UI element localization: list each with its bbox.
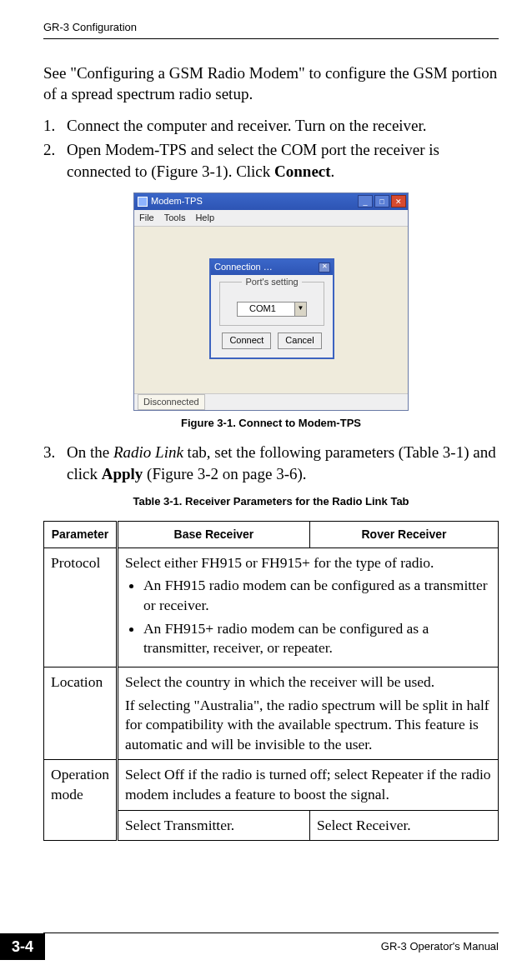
step-2-bold: Connect (274, 162, 331, 180)
protocol-bullet-1: An FH915 radio modem can be configured a… (143, 576, 491, 615)
menu-file[interactable]: File (139, 212, 154, 224)
intro-paragraph: See "Configuring a GSM Radio Modem" to c… (43, 62, 499, 105)
cell-opmode-rover: Select Receiver. (309, 810, 498, 841)
protocol-intro: Select either FH915 or FH915+ for the ty… (125, 553, 491, 573)
steps-list: 1. Connect the computer and receiver. Tu… (43, 115, 499, 182)
step-3-pre: On the (67, 443, 113, 461)
footer-right: GR-3 Operator's Manual (381, 939, 499, 954)
close-button[interactable]: ✕ (391, 195, 406, 208)
location-line2: If selecting "Australia", the radio spec… (125, 696, 491, 755)
cell-opmode-base: Select Transmitter. (117, 810, 309, 841)
protocol-bullet-2: An FH915+ radio modem can be configured … (143, 619, 491, 658)
step-2-post: . (331, 162, 335, 180)
cell-protocol-body: Select either FH915 or FH915+ for the ty… (117, 548, 498, 667)
dialog-titlebar: Connection … ✕ (211, 260, 333, 275)
location-line1: Select the country in which the receiver… (125, 672, 491, 692)
cancel-button[interactable]: Cancel (278, 332, 321, 349)
step-2-pre: Open Modem-TPS and select the COM port t… (67, 141, 439, 180)
step-2-num: 2. (43, 139, 67, 182)
cell-opmode-shared: Select Off if the radio is turned off; s… (117, 760, 498, 810)
row-protocol: Protocol Select either FH915 or FH915+ f… (44, 548, 499, 667)
ports-setting-group: Port's setting COM1 ▼ (219, 282, 324, 326)
th-rover: Rover Receiver (309, 521, 498, 548)
status-text: Disconnected (138, 394, 205, 410)
step-1-num: 1. (43, 115, 67, 137)
step-2-text: Open Modem-TPS and select the COM port t… (67, 139, 499, 182)
step-3-num: 3. (43, 442, 67, 484)
dialog-close-button[interactable]: ✕ (319, 262, 330, 272)
row-opmode-shared: Operation mode Select Off if the radio i… (44, 760, 499, 810)
cell-location-body: Select the country in which the receiver… (117, 667, 498, 760)
step-3-italic: Radio Link (113, 443, 183, 461)
figure-caption: Figure 3-1. Connect to Modem-TPS (43, 416, 499, 431)
running-head: GR-3 Configuration (43, 20, 499, 35)
app-body: Connection … ✕ Port's setting COM1 ▼ (134, 227, 408, 393)
dialog-title: Connection … (214, 261, 273, 273)
statusbar: Disconnected (134, 393, 408, 410)
connection-dialog: Connection … ✕ Port's setting COM1 ▼ (209, 258, 334, 359)
titlebar: Modem-TPS _ □ ✕ (134, 193, 408, 210)
com-port-value: COM1 (249, 302, 276, 315)
menu-tools[interactable]: Tools (164, 212, 186, 224)
minimize-button[interactable]: _ (358, 195, 373, 208)
th-parameter: Parameter (44, 521, 118, 548)
steps-list-cont: 3. On the Radio Link tab, set the follow… (43, 442, 499, 484)
cell-protocol-name: Protocol (44, 548, 118, 667)
window-title: Modem-TPS (151, 195, 203, 208)
ports-setting-legend: Port's setting (242, 276, 301, 288)
step-3: 3. On the Radio Link tab, set the follow… (43, 442, 499, 484)
footer: 3-4 GR-3 Operator's Manual (0, 932, 532, 960)
cell-location-name: Location (44, 667, 118, 760)
table-caption: Table 3-1. Receiver Parameters for the R… (43, 494, 499, 509)
connect-button[interactable]: Connect (222, 332, 271, 349)
step-3-bold: Apply (102, 465, 143, 482)
step-3-post: (Figure 3-2 on page 3-6). (143, 465, 306, 482)
chevron-down-icon: ▼ (294, 302, 306, 316)
com-port-select[interactable]: COM1 ▼ (237, 302, 307, 317)
figure-screenshot: Modem-TPS _ □ ✕ File Tools Help Connecti… (43, 192, 499, 411)
maximize-button[interactable]: □ (374, 195, 389, 208)
app-icon (138, 197, 148, 207)
header-rule (43, 38, 499, 39)
row-location: Location Select the country in which the… (44, 667, 499, 760)
step-1-text: Connect the computer and receiver. Turn … (67, 115, 499, 137)
parameters-table: Parameter Base Receiver Rover Receiver P… (43, 521, 499, 841)
step-2: 2. Open Modem-TPS and select the COM por… (43, 139, 499, 182)
th-base: Base Receiver (117, 521, 309, 548)
page-number: 3-4 (0, 933, 45, 960)
step-3-text: On the Radio Link tab, set the following… (67, 442, 499, 484)
menu-help[interactable]: Help (195, 212, 214, 224)
step-1: 1. Connect the computer and receiver. Tu… (43, 115, 499, 137)
app-window: Modem-TPS _ □ ✕ File Tools Help Connecti… (133, 192, 409, 411)
cell-opmode-name: Operation mode (44, 760, 118, 841)
menubar: File Tools Help (134, 210, 408, 227)
